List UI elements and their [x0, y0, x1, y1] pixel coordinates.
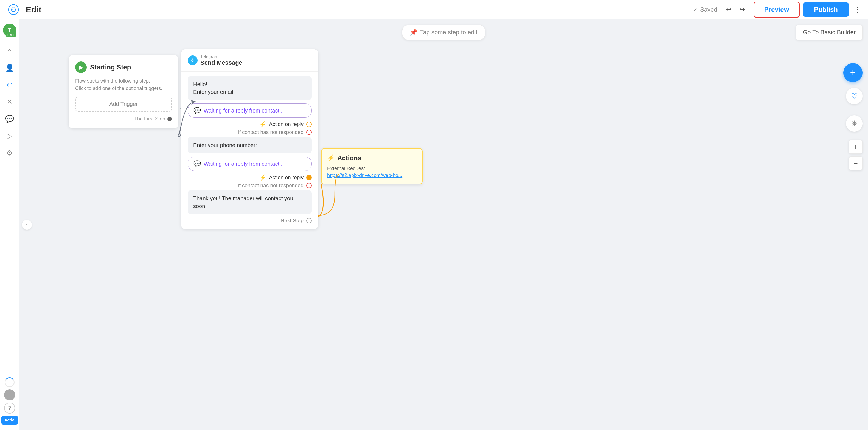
header: Edit ✓ Saved ↩ ↪ Preview Publish ⋮: [0, 0, 868, 19]
sidebar-item-broadcast[interactable]: ▷: [3, 129, 17, 143]
actions-node-header: ⚡ Actions: [327, 154, 416, 162]
sidebar-item-settings[interactable]: ⚙: [3, 146, 17, 160]
send-message-header: ✈ Telegram Send Message: [181, 50, 318, 72]
send-message-body: Hello! Enter your email: 💬 Waiting for a…: [181, 72, 318, 229]
add-trigger-button[interactable]: Add Trigger: [75, 97, 172, 112]
redo-button[interactable]: ↪: [738, 4, 747, 16]
actions-node-title: Actions: [337, 154, 362, 162]
header-logo: [7, 3, 20, 17]
page-title: Edit: [26, 5, 693, 14]
first-step-label: The First Step: [75, 116, 172, 122]
zoom-out-icon: −: [854, 159, 858, 168]
sidebar: T FREE ⌂ 👤 ↩ ✕ 💬 ▷ ⚙ ? Activ...: [0, 0, 19, 430]
action-dot-filled-2[interactable]: [306, 175, 312, 180]
saved-status: ✓ Saved: [693, 6, 717, 13]
actions-external-request-label: External Request: [327, 166, 416, 172]
sidebar-help-button[interactable]: ?: [4, 403, 15, 413]
message-bubble-2: Enter your phone number:: [188, 137, 312, 153]
platform-label: Telegram: [200, 54, 242, 59]
sidebar-item-messages[interactable]: 💬: [3, 112, 17, 126]
undo-button[interactable]: ↩: [724, 4, 733, 16]
next-step-dot[interactable]: [306, 218, 312, 223]
check-icon: ✓: [693, 6, 698, 13]
more-options-button[interactable]: ⋮: [853, 5, 861, 14]
sparkle-icon: ✳: [851, 119, 858, 128]
action-on-reply-row-2[interactable]: ⚡ Action on reply: [188, 174, 312, 181]
waiting-bubble-1[interactable]: 💬 Waiting for a reply from contact...: [188, 103, 312, 118]
action-lightning-icon-1: ⚡: [259, 121, 266, 128]
send-message-title: Send Message: [200, 59, 242, 66]
pin-icon: 📌: [410, 29, 417, 36]
starting-node-title: Starting Step: [90, 63, 131, 71]
if-not-responded-row-2: If contact has not responded: [188, 183, 312, 188]
preview-button[interactable]: Preview: [753, 2, 800, 18]
fab-zoom-out-button[interactable]: −: [849, 156, 863, 170]
heart-icon: ♡: [851, 92, 858, 101]
starting-node-header: ▶ Starting Step: [75, 61, 172, 73]
undo-redo-group: ↩ ↪: [724, 4, 747, 16]
if-not-responded-dot-2[interactable]: [306, 183, 312, 188]
waiting-bubble-2[interactable]: 💬 Waiting for a reply from contact...: [188, 157, 312, 171]
messages-icon: 💬: [5, 115, 14, 123]
sidebar-activate-button[interactable]: Activ...: [1, 416, 18, 425]
if-not-responded-dot-1[interactable]: [306, 129, 312, 135]
action-dot-1[interactable]: [306, 122, 312, 127]
waiting-icon-1: 💬: [193, 107, 201, 114]
message-bubble-3: Thank you! The manager will contact you …: [188, 190, 312, 214]
actions-link[interactable]: https://s2.apix-drive.com/web-ho...: [327, 173, 416, 178]
message-bubble-1: Hello! Enter your email:: [188, 76, 312, 100]
svg-point-0: [8, 5, 19, 14]
broadcast-icon: ▷: [7, 132, 12, 140]
plus-icon: +: [850, 67, 856, 79]
hint-bar: 📌 Tap some step to edit: [402, 25, 485, 40]
starting-step-icon: ▶: [75, 61, 87, 73]
fab-sparkle-button[interactable]: ✳: [846, 115, 863, 132]
collapse-button[interactable]: ‹: [22, 220, 32, 230]
goto-basic-builder-button[interactable]: Go To Basic Builder: [796, 25, 863, 40]
home-icon: ⌂: [7, 47, 12, 55]
zoom-in-icon: +: [854, 143, 858, 151]
sidebar-free-badge: FREE: [6, 33, 16, 37]
publish-button[interactable]: Publish: [803, 2, 849, 17]
sidebar-item-flows[interactable]: ↩: [3, 78, 17, 92]
telegram-icon: ✈: [188, 55, 197, 65]
next-step-row: Next Step: [188, 218, 312, 224]
starting-node-desc: Flow starts with the following step. Cli…: [75, 78, 172, 92]
canvas: ‹ 📌 Tap some step to edit Go To Basic Bu…: [19, 19, 868, 430]
fab-zoom-in-button[interactable]: +: [849, 140, 863, 154]
action-on-reply-row-1[interactable]: ⚡ Action on reply: [188, 121, 312, 128]
action-lightning-icon-2: ⚡: [259, 174, 266, 181]
campaigns-icon: ✕: [7, 98, 12, 106]
sidebar-item-campaigns[interactable]: ✕: [3, 95, 17, 109]
user-icon: 👤: [5, 64, 14, 72]
sidebar-avatar[interactable]: [4, 389, 15, 400]
sidebar-item-users[interactable]: 👤: [3, 61, 17, 74]
if-not-responded-row-1: If contact has not responded: [188, 129, 312, 135]
svg-point-1: [11, 8, 12, 10]
fab-heart-button[interactable]: ♡: [846, 88, 863, 104]
actions-lightning-icon: ⚡: [327, 154, 335, 162]
settings-icon: ⚙: [6, 149, 12, 157]
fab-add-button[interactable]: +: [843, 63, 863, 82]
waiting-icon-2: 💬: [193, 160, 201, 167]
first-step-connector: [167, 117, 172, 121]
sidebar-item-home[interactable]: ⌂: [3, 44, 17, 58]
starting-step-node[interactable]: ▶ Starting Step Flow starts with the fol…: [69, 55, 178, 128]
send-message-node[interactable]: ✈ Telegram Send Message Hello! Enter you…: [181, 50, 318, 229]
flows-icon: ↩: [7, 81, 12, 89]
sidebar-loader: [5, 377, 14, 387]
actions-node[interactable]: ⚡ Actions External Request https://s2.ap…: [321, 148, 423, 184]
